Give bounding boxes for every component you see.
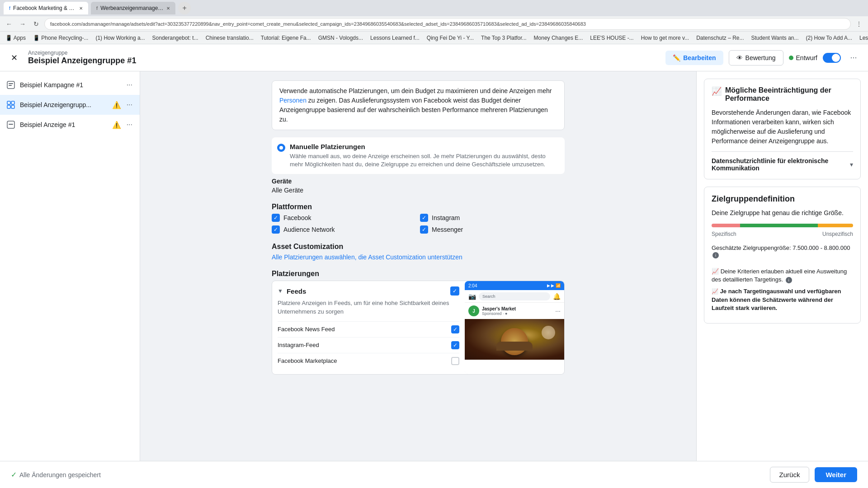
bookmark-3[interactable]: Sonderangebot: t...	[151, 34, 200, 42]
platform-audience-network-label: Audience Network	[283, 226, 335, 233]
sidebar-item-ad[interactable]: Beispiel Anzeige #1 ⚠️ ···	[0, 115, 140, 135]
asset-customization-title: Asset Customization	[272, 243, 565, 251]
feeds-placement-desc: Platziere Anzeigen in Feeds, um für eine…	[278, 299, 459, 315]
platform-facebook[interactable]: ✓ Facebook	[272, 214, 416, 222]
checkmark-icon: ✓	[11, 470, 17, 479]
more-options-button[interactable]: ···	[846, 51, 861, 65]
asset-customization-link[interactable]: Alle Platzierungen auswählen, die Asset …	[272, 253, 462, 261]
audience-network-checkbox[interactable]: ✓	[272, 225, 280, 234]
feeds-chevron-icon[interactable]: ▼	[278, 288, 283, 294]
back-nav-button[interactable]: ←	[4, 19, 14, 29]
bookmark-5[interactable]: Tutorial: Eigene Fa...	[259, 34, 313, 42]
edit-button[interactable]: ✏️ Bearbeiten	[665, 51, 723, 65]
devices-value: Alle Geräte	[272, 187, 565, 194]
phone-more-icon: ···	[555, 307, 561, 314]
check-icon: ✓	[453, 342, 458, 348]
ad-more-button[interactable]: ···	[125, 120, 134, 130]
bookmark-9[interactable]: The Top 3 Platfor...	[479, 34, 528, 42]
instagram-feed-checkbox[interactable]: ✓	[451, 341, 459, 349]
facebook-marketplace-item[interactable]: Facebook Marketplace	[278, 353, 459, 369]
platform-facebook-label: Facebook	[283, 214, 311, 221]
bookmark-14[interactable]: Student Wants an...	[750, 34, 801, 42]
privacy-expandable[interactable]: Datenschutzrichtlinie für elektronische …	[712, 157, 853, 172]
reload-button[interactable]: ↻	[31, 19, 42, 29]
manual-placement-option[interactable]: Manuelle Platzierungen Wähle manuell aus…	[272, 137, 565, 174]
new-tab-button[interactable]: +	[178, 2, 191, 14]
close-button[interactable]: ✕	[7, 51, 21, 65]
bookmark-13[interactable]: Datenschutz – Re...	[694, 34, 745, 42]
manual-placement-text: Manuelle Platzierungen Wähle manuell aus…	[290, 143, 559, 169]
ad-warning-icon: ⚠️	[112, 121, 121, 129]
instagram-feed-item[interactable]: Instagram-Feed ✓	[278, 337, 459, 353]
bookmark-11[interactable]: LEE'S HOUSE -...	[588, 34, 635, 42]
bookmark-15[interactable]: (2) How To Add A...	[804, 34, 854, 42]
fb-news-feed-checkbox[interactable]: ✓	[451, 325, 459, 333]
platform-audience-network[interactable]: ✓ Audience Network	[272, 225, 416, 234]
bookmark-8[interactable]: Qing Fei De Yi - Y...	[425, 34, 476, 42]
extensions-button[interactable]: ⋮	[854, 19, 864, 29]
bookmark-10[interactable]: Money Changes E...	[532, 34, 585, 42]
review-button[interactable]: 👁 Bewertung	[729, 50, 783, 66]
bookmark-16[interactable]: Lesslei&	[858, 34, 868, 42]
info-icon-2[interactable]: i	[786, 277, 792, 283]
feeds-placement-left: ▼ Feeds ✓ Platziere Anzeigen in Feeds, u…	[272, 281, 465, 374]
bookmark-2[interactable]: (1) How Working a...	[94, 34, 146, 42]
camera-icon: 📷	[468, 293, 476, 300]
audience-specific-label: Spezifisch	[712, 231, 736, 237]
facebook-marketplace-label: Facebook Marketplace	[278, 357, 337, 364]
toggle-knob	[832, 54, 840, 62]
info-icon[interactable]: i	[712, 252, 719, 258]
browser-tab-2[interactable]: f Werbeanzeigenmanager - Wer... ✕	[91, 2, 175, 14]
back-button[interactable]: Zurück	[770, 467, 810, 483]
bookmark-1[interactable]: 📱 Phone Recycling-...	[31, 34, 90, 42]
svg-rect-2	[9, 85, 12, 86]
status-toggle[interactable]	[823, 53, 841, 63]
messenger-checkbox[interactable]: ✓	[420, 225, 428, 234]
feeds-check-icon: ✓	[453, 288, 457, 294]
feeds-checkbox[interactable]: ✓	[450, 286, 459, 296]
performance-text: Bevorstehende Änderungen daran, wie Face…	[712, 108, 853, 146]
address-text: facebook.com/adsmanager/manage/adsets/ed…	[50, 21, 586, 27]
performance-title: Mögliche Beeinträchtigung der Performanc…	[725, 86, 853, 103]
sidebar-item-adgroup[interactable]: Beispiel Anzeigengrupp... ⚠️ ···	[0, 95, 140, 115]
phone-post: J Jasper's Market Sponsored · ● ···	[465, 303, 564, 374]
campaign-icon	[5, 80, 16, 90]
address-bar[interactable]: facebook.com/adsmanager/manage/adsets/ed…	[44, 18, 851, 30]
manual-placement-title: Manuelle Platzierungen	[290, 143, 559, 150]
platform-messenger[interactable]: ✓ Messenger	[420, 225, 565, 234]
tab-close-1[interactable]: ✕	[79, 6, 83, 11]
forward-nav-button[interactable]: →	[17, 19, 28, 29]
status-badge: Entwurf	[789, 54, 817, 61]
bookmark-6[interactable]: GMSN - Vologds...	[316, 34, 365, 42]
bookmark-4[interactable]: Chinese translatio...	[204, 34, 255, 42]
facebook-checkbox[interactable]: ✓	[272, 214, 280, 222]
intro-text-block: Verwende automatische Platzierungen, um …	[272, 80, 565, 130]
browser-tab-active[interactable]: f Facebook Marketing & Werbe... ✕	[4, 2, 88, 14]
tab-close-2[interactable]: ✕	[166, 6, 170, 11]
browser-chrome: f Facebook Marketing & Werbe... ✕ f Werb…	[0, 0, 868, 44]
ad-icon	[5, 119, 16, 130]
next-button[interactable]: Weiter	[815, 467, 857, 482]
app-header: ✕ Anzeigengruppe Beispiel Anzeigengruppe…	[0, 44, 868, 71]
fb-news-feed-label: Facebook News Feed	[278, 326, 335, 333]
facebook-marketplace-checkbox[interactable]	[451, 357, 459, 365]
intro-link[interactable]: Personen	[279, 97, 307, 104]
campaign-more-button[interactable]: ···	[125, 80, 134, 90]
manual-placement-desc: Wähle manuell aus, wo deine Anzeige ersc…	[290, 152, 559, 169]
bookmark-apps[interactable]: 📱 Apps	[4, 34, 28, 42]
bookmark-7[interactable]: Lessons Learned f...	[368, 34, 421, 42]
instagram-checkbox[interactable]: ✓	[420, 214, 428, 222]
audience-size-text: Geschätzte Zielgruppengröße: 7.500.000 -…	[712, 244, 850, 251]
sidebar-item-campaign[interactable]: Beispiel Kampagne #1 ···	[0, 75, 140, 95]
fb-news-feed-item[interactable]: Facebook News Feed ✓	[278, 321, 459, 337]
notification-icon: 🔔	[553, 293, 561, 300]
intro-text2: zu zeigen. Das Auslieferungssystem von F…	[279, 97, 548, 123]
performance-card-header: 📈 Mögliche Beeinträchtigung der Performa…	[712, 86, 853, 103]
bookmark-12[interactable]: How to get more v...	[639, 34, 691, 42]
phone-post-header: J Jasper's Market Sponsored · ● ···	[465, 303, 564, 319]
audience-note2: 📈 Je nach Targetingauswahl und verfügbar…	[712, 287, 853, 312]
platform-instagram[interactable]: ✓ Instagram	[420, 214, 565, 222]
adgroup-more-button[interactable]: ···	[125, 100, 134, 110]
performance-icon: 📈	[712, 86, 722, 96]
bookmarks-bar: 📱 Apps 📱 Phone Recycling-... (1) How Wor…	[0, 32, 868, 44]
